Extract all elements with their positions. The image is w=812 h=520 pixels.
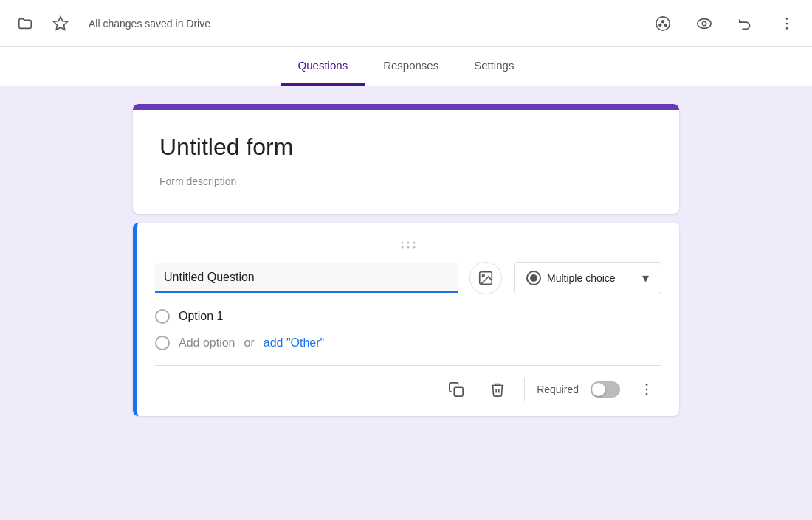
- radio-inner: [530, 274, 537, 282]
- svg-point-5: [698, 18, 711, 28]
- tabs-bar: Questions Responses Settings: [0, 47, 812, 86]
- main-content: Untitled form Form description: [0, 86, 812, 514]
- svg-point-17: [482, 274, 484, 277]
- svg-point-7: [786, 18, 788, 20]
- question-top-row: Multiple choice ▾: [155, 262, 661, 294]
- svg-point-8: [786, 22, 788, 24]
- question-footer: Required: [155, 365, 661, 416]
- svg-point-15: [413, 246, 416, 249]
- multiple-choice-radio-icon: [526, 271, 541, 285]
- save-status: All changes saved in Drive: [89, 18, 210, 30]
- undo-icon[interactable]: [732, 10, 759, 37]
- top-bar-left: All changes saved in Drive: [12, 10, 210, 37]
- footer-divider: [524, 378, 525, 401]
- svg-rect-18: [454, 387, 463, 396]
- svg-point-6: [702, 21, 706, 26]
- star-icon[interactable]: [47, 10, 74, 37]
- delete-button[interactable]: [483, 375, 512, 404]
- top-bar: All changes saved in Drive: [0, 0, 812, 47]
- drag-handle[interactable]: [155, 238, 661, 253]
- required-label: Required: [537, 384, 579, 395]
- svg-point-14: [407, 246, 410, 249]
- tab-questions[interactable]: Questions: [281, 47, 366, 86]
- more-menu-button[interactable]: [632, 375, 661, 404]
- svg-point-19: [646, 384, 648, 386]
- svg-point-13: [402, 246, 404, 249]
- svg-marker-0: [54, 16, 67, 29]
- form-title-card: Untitled form Form description: [133, 104, 679, 214]
- svg-point-21: [646, 393, 648, 395]
- question-type-label: Multiple choice: [547, 272, 636, 284]
- dropdown-chevron-icon: ▾: [642, 270, 649, 286]
- add-image-button[interactable]: [469, 262, 502, 294]
- folder-icon[interactable]: [12, 10, 38, 37]
- form-description[interactable]: Form description: [159, 176, 653, 187]
- duplicate-button[interactable]: [441, 375, 471, 404]
- preview-icon[interactable]: [691, 10, 718, 37]
- svg-point-3: [662, 20, 664, 22]
- top-bar-right: [650, 10, 800, 37]
- required-toggle[interactable]: [591, 381, 620, 398]
- toggle-knob: [592, 383, 605, 396]
- customize-icon[interactable]: [650, 10, 676, 37]
- option-row-1: Option 1: [155, 309, 661, 324]
- toggle-track[interactable]: [591, 381, 620, 398]
- svg-point-1: [656, 16, 670, 30]
- form-title[interactable]: Untitled form: [159, 134, 653, 161]
- add-option-radio-circle: [155, 336, 170, 350]
- add-option-row: Add option or add "Other": [155, 336, 661, 350]
- question-input-wrap: [155, 263, 458, 293]
- svg-point-4: [664, 24, 667, 26]
- add-other-link[interactable]: add "Other": [264, 336, 325, 350]
- more-options-icon[interactable]: [774, 10, 800, 37]
- add-option-label[interactable]: Add option: [179, 336, 235, 350]
- svg-point-2: [659, 24, 661, 26]
- option-radio-circle: [155, 309, 170, 324]
- svg-point-10: [402, 242, 404, 244]
- svg-point-20: [646, 389, 648, 391]
- question-type-dropdown[interactable]: Multiple choice ▾: [514, 262, 661, 294]
- svg-point-9: [786, 27, 788, 30]
- question-title-input[interactable]: [155, 263, 458, 293]
- svg-point-12: [413, 242, 416, 244]
- option-1-label[interactable]: Option 1: [179, 310, 223, 323]
- question-card: Multiple choice ▾ Option 1 Add option or…: [133, 223, 679, 416]
- svg-point-11: [407, 242, 410, 244]
- or-text: or: [244, 336, 255, 350]
- tab-responses[interactable]: Responses: [365, 47, 456, 86]
- tab-settings[interactable]: Settings: [456, 47, 531, 86]
